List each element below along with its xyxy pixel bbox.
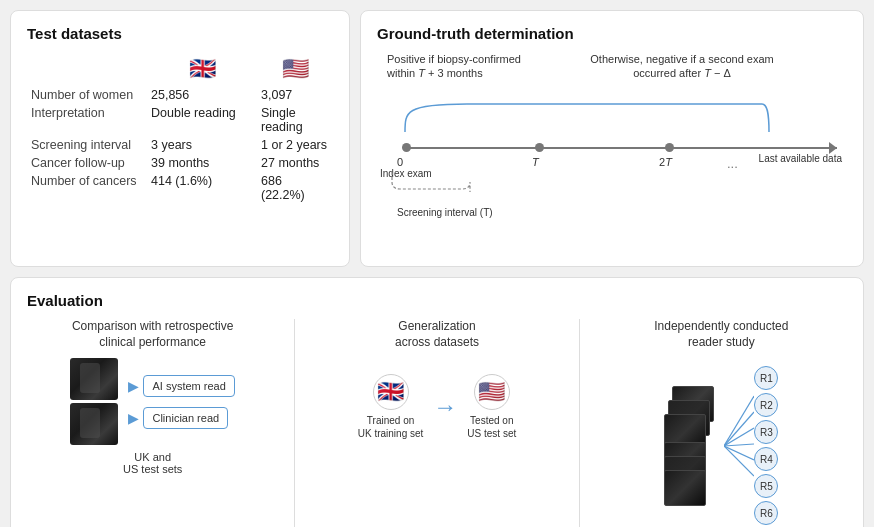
reader-R3: R3 — [754, 420, 778, 444]
point-2T — [665, 143, 674, 152]
mammo-right-6 — [664, 470, 706, 506]
us-value: 686 (22.2%) — [257, 172, 333, 204]
point-T — [535, 143, 544, 152]
us-flag: 🇺🇸 — [257, 52, 333, 86]
row-label: Cancer follow-up — [27, 154, 147, 172]
svg-line-4 — [724, 446, 754, 460]
eval-sections: Comparison with retrospectiveclinical pe… — [27, 319, 847, 527]
mammo-image-1 — [70, 358, 118, 400]
mammo-image-2 — [70, 403, 118, 445]
clinician-box: Clinician read — [143, 407, 228, 429]
svg-line-3 — [724, 444, 754, 446]
label-dots: ... — [727, 156, 738, 171]
screening-interval-label: Screening interval (T) — [397, 207, 493, 218]
reader-R4: R4 — [754, 447, 778, 471]
tested-label: Tested onUS test set — [467, 414, 516, 440]
ground-truth-title: Ground-truth determination — [377, 25, 847, 42]
positive-label: Positive if biopsy-confirmedwithin T + 3… — [387, 52, 537, 81]
test-datasets-card: Test datasets 🇬🇧 🇺🇸 Number of women 25,8… — [10, 10, 350, 267]
bracket-svg — [387, 82, 777, 137]
last-data-label: Last available data — [759, 152, 842, 166]
mammogram-stack — [70, 358, 118, 445]
eval-section-generalization: Generalizationacross datasets 🇬🇧 Trained… — [311, 319, 562, 527]
section2-flow: 🇬🇧 Trained onUK training set → 🇺🇸 Tested… — [358, 374, 517, 440]
section1-title: Comparison with retrospectiveclinical pe… — [72, 319, 233, 350]
section3-title: Independently conductedreader study — [654, 319, 788, 350]
uk-value: 3 years — [147, 136, 257, 154]
table-row: Interpretation Double reading Single rea… — [27, 104, 333, 136]
test-datasets-title: Test datasets — [27, 25, 333, 42]
right-arrow-icon: → — [433, 393, 457, 421]
reader-R6: R6 — [754, 501, 778, 525]
table-row: Number of cancers 414 (1.6%) 686 (22.2%) — [27, 172, 333, 204]
uk-flag: 🇬🇧 — [147, 52, 257, 86]
section2-title: Generalizationacross datasets — [395, 319, 479, 350]
reader-R5: R5 — [754, 474, 778, 498]
clinician-flow: ▶ Clinician read — [128, 407, 234, 429]
ai-box: AI system read — [143, 375, 234, 397]
reader-R1: R1 — [754, 366, 778, 390]
negative-label: Otherwise, negative if a second examoccu… — [577, 52, 787, 81]
empty-cell — [27, 52, 147, 86]
uk-value: 414 (1.6%) — [147, 172, 257, 204]
svg-line-5 — [724, 446, 754, 476]
svg-line-0 — [724, 396, 754, 446]
ai-flow: ▶ AI system read — [128, 375, 234, 397]
test-datasets-table: 🇬🇧 🇺🇸 Number of women 25,856 3,097 Inter… — [27, 52, 333, 204]
flow-column: ▶ AI system read ▶ Clinician read — [128, 375, 234, 429]
us-flag-circle: 🇺🇸 — [474, 374, 510, 410]
ground-truth-card: Ground-truth determination Positive if b… — [360, 10, 864, 267]
arrow-icon-1: ▶ — [128, 378, 139, 394]
svg-line-1 — [724, 412, 754, 446]
row-label: Screening interval — [27, 136, 147, 154]
svg-line-2 — [724, 428, 754, 446]
reader-lines-svg — [724, 386, 754, 506]
flag-row: 🇬🇧 🇺🇸 — [27, 52, 333, 86]
evaluation-title: Evaluation — [27, 292, 847, 309]
table-row: Cancer follow-up 39 months 27 months — [27, 154, 333, 172]
section3-flow: R1 R2 R3 R4 R5 R6 — [664, 366, 778, 525]
table-row: Number of women 25,856 3,097 — [27, 86, 333, 104]
row-label: Number of women — [27, 86, 147, 104]
evaluation-card: Evaluation Comparison with retrospective… — [10, 277, 864, 527]
us-value: Single reading — [257, 104, 333, 136]
divider-1 — [294, 319, 295, 527]
gt-diagram: Positive if biopsy-confirmedwithin T + 3… — [377, 52, 847, 252]
mammo-stack-right — [664, 386, 724, 506]
eval-section-reader-study: Independently conductedreader study — [596, 319, 847, 527]
trained-label: Trained onUK training set — [358, 414, 424, 440]
uk-value: Double reading — [147, 104, 257, 136]
row-label: Interpretation — [27, 104, 147, 136]
row-label: Number of cancers — [27, 172, 147, 204]
arrow-icon-2: ▶ — [128, 410, 139, 426]
table-row: Screening interval 3 years 1 or 2 years — [27, 136, 333, 154]
uk-value: 25,856 — [147, 86, 257, 104]
screening-brace-svg — [387, 167, 542, 197]
uk-section: 🇬🇧 Trained onUK training set — [358, 374, 424, 440]
timeline-line — [405, 147, 837, 149]
us-value: 1 or 2 years — [257, 136, 333, 154]
divider-2 — [579, 319, 580, 527]
uk-value: 39 months — [147, 154, 257, 172]
reader-R2: R2 — [754, 393, 778, 417]
label-2T: 2T — [659, 156, 672, 168]
point-0 — [402, 143, 411, 152]
section1-flow: ▶ AI system read ▶ Clinician read — [70, 358, 234, 445]
readers-column: R1 R2 R3 R4 R5 R6 — [754, 366, 778, 525]
us-value: 27 months — [257, 154, 333, 172]
section1-caption: UK andUS test sets — [123, 451, 182, 475]
eval-section-comparison: Comparison with retrospectiveclinical pe… — [27, 319, 278, 527]
uk-flag-circle: 🇬🇧 — [373, 374, 409, 410]
us-value: 3,097 — [257, 86, 333, 104]
us-section: 🇺🇸 Tested onUS test set — [467, 374, 516, 440]
